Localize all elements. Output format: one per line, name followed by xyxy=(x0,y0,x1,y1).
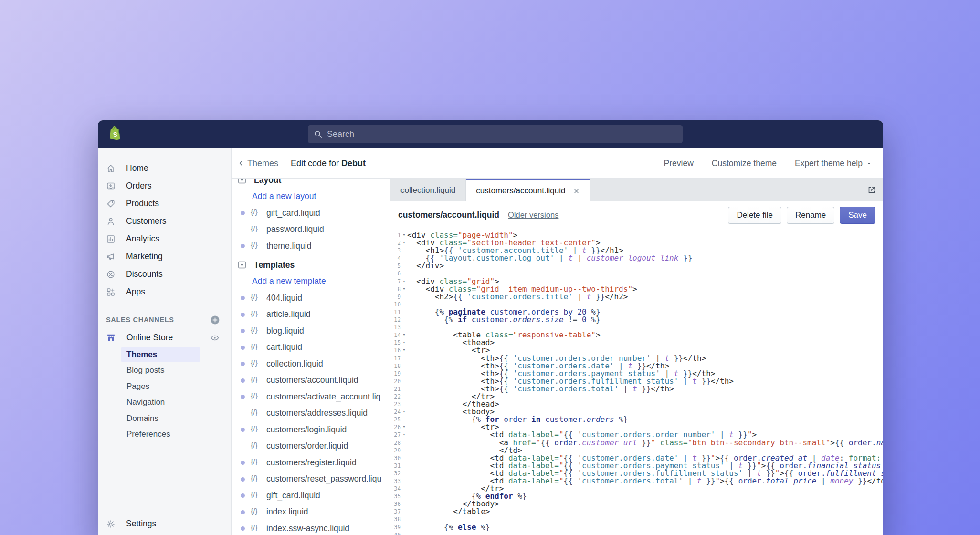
sidebar-item-themes[interactable]: Themes xyxy=(98,346,231,363)
expand-editor-icon[interactable] xyxy=(866,185,877,195)
eye-icon[interactable] xyxy=(210,333,220,343)
code-line: 27▾ <td data-label="{{ 'customer.orders.… xyxy=(390,431,883,439)
code-area[interactable]: 1▾<div class="page-width">2▾ <div class=… xyxy=(390,229,883,535)
sidebar-item-orders[interactable]: Orders xyxy=(98,177,231,195)
close-tab-icon[interactable] xyxy=(573,188,580,195)
modified-dot xyxy=(241,296,245,300)
code-text: <thead> xyxy=(407,339,883,346)
sidebar-item-online-store[interactable]: Online Store xyxy=(98,329,231,346)
sidebar-nav: HomeOrdersProductsCustomersAnalyticsMark… xyxy=(98,159,231,301)
code-line: 38 xyxy=(390,515,883,523)
tab-collection-liquid[interactable]: collection.liquid xyxy=(390,179,466,201)
tree-file-customers-order-liquid[interactable]: {/}customers/order.liquid xyxy=(232,438,390,455)
line-number: 4 xyxy=(390,254,401,262)
tree-file-customers-reset-password-liqu[interactable]: {/}customers/reset_password.liqu xyxy=(232,471,390,488)
sidebar-item-discounts[interactable]: Discounts xyxy=(98,265,231,283)
sidebar-item-domains[interactable]: Domains xyxy=(98,410,231,427)
preview-label: Preview xyxy=(664,158,694,168)
file-code-icon: {/} xyxy=(251,408,258,417)
tree-file-gift-card-liquid[interactable]: {/}gift_card.liquid xyxy=(232,487,390,504)
products-icon xyxy=(106,199,116,209)
tree-file-customers-login-liquid[interactable]: {/}customers/login.liquid xyxy=(232,421,390,438)
fold-arrow-icon xyxy=(401,485,407,493)
header-actions: Preview Customize theme Expert theme hel… xyxy=(664,158,873,168)
line-number: 22 xyxy=(390,393,401,400)
search-input[interactable] xyxy=(327,129,677,139)
customers-icon xyxy=(106,217,116,226)
fold-arrow-icon xyxy=(401,355,407,362)
fold-arrow-icon xyxy=(401,247,407,254)
tab-customers-account-liquid[interactable]: customers/account.liquid xyxy=(466,179,590,201)
tree-file-404-liquid[interactable]: {/}404.liquid xyxy=(232,290,390,306)
fold-arrow-icon: ▾ xyxy=(401,346,407,354)
code-line: 2▾ <div class="section-header text-cente… xyxy=(390,239,883,247)
tree-file-index-ssw-async-liquid[interactable]: {/}index.ssw-async.liquid xyxy=(232,520,390,535)
file-name: index.ssw-async.liquid xyxy=(266,524,349,534)
code-line: 16▾ <tr> xyxy=(390,346,883,354)
tree-file-customers-addresses-liquid[interactable]: {/}customers/addresses.liquid xyxy=(232,405,390,422)
delete-file-button[interactable]: Delete file xyxy=(728,207,781,224)
sidebar-item-apps[interactable]: Apps xyxy=(98,283,231,301)
fold-arrow-icon: ▾ xyxy=(401,331,407,339)
tree-file-article-liquid[interactable]: {/}article.liquid xyxy=(232,306,390,323)
sidebar-item-analytics[interactable]: Analytics xyxy=(98,230,231,248)
code-line: 9 <h2>{{ 'customer.orders.title' | t }}<… xyxy=(390,293,883,301)
code-text: {% paginate customer.orders by 20 %} xyxy=(407,308,883,316)
sidebar-item-settings[interactable]: Settings xyxy=(98,515,231,533)
tree-file-index-liquid[interactable]: {/}index.liquid xyxy=(232,504,390,521)
code-text: <h2>{{ 'customer.orders.title' | t }}</h… xyxy=(407,293,883,301)
code-line: 12 {% if customer.orders.size != 0 %} xyxy=(390,316,883,324)
line-number: 23 xyxy=(390,400,401,408)
code-text: <div class="grid__item medium-up--two-th… xyxy=(407,285,883,293)
line-number: 32 xyxy=(390,470,401,477)
tree-section-templates[interactable]: Templates xyxy=(232,257,390,273)
tree-file-gift-card-liquid[interactable]: {/}gift_card.liquid xyxy=(232,205,390,221)
tree-section-layout[interactable]: Layout xyxy=(232,179,390,189)
older-versions-link[interactable]: Older versions xyxy=(508,210,558,220)
expert-theme-help-button[interactable]: Expert theme help xyxy=(795,158,873,168)
code-text xyxy=(407,324,883,331)
sidebar-item-pages[interactable]: Pages xyxy=(98,378,231,395)
home-icon xyxy=(106,164,116,173)
tree-file-customers-account-liquid[interactable]: {/}customers/account.liquid xyxy=(232,372,390,389)
sidebar-item-label: Marketing xyxy=(126,252,163,262)
tree-file-password-liquid[interactable]: {/}password.liquid xyxy=(232,221,390,238)
save-button[interactable]: Save xyxy=(840,207,875,224)
tab-label: customers/account.liquid xyxy=(476,186,565,196)
code-text: <div class="grid"> xyxy=(407,278,883,285)
fold-arrow-icon xyxy=(401,462,407,470)
tree-file-cart-liquid[interactable]: {/}cart.liquid xyxy=(232,339,390,356)
line-number: 11 xyxy=(390,308,401,316)
fold-arrow-icon xyxy=(401,515,407,523)
preview-button[interactable]: Preview xyxy=(664,158,694,168)
code-line: 3 <h1>{{ 'customer.account.title' | t }}… xyxy=(390,247,883,254)
tree-file-customers-register-liquid[interactable]: {/}customers/register.liquid xyxy=(232,454,390,471)
sidebar-item-customers[interactable]: Customers xyxy=(98,212,231,230)
modified-dot xyxy=(241,395,245,399)
add-new-layout-link[interactable]: Add a new layout xyxy=(232,189,390,205)
sidebar-item-preferences[interactable]: Preferences xyxy=(98,427,231,443)
shopify-logo-icon[interactable]: S xyxy=(108,126,122,142)
tree-file-customers-activate-account-liq[interactable]: {/}customers/activate_account.liq xyxy=(232,388,390,405)
sidebar-item-blog-posts[interactable]: Blog posts xyxy=(98,363,231,379)
sidebar-item-marketing[interactable]: Marketing xyxy=(98,248,231,265)
add-new-templates-link[interactable]: Add a new template xyxy=(232,273,390,290)
tree-file-theme-liquid[interactable]: {/}theme.liquid xyxy=(232,238,390,254)
sidebar-item-home[interactable]: Home xyxy=(98,159,231,177)
fold-arrow-icon xyxy=(401,270,407,277)
tree-file-collection-liquid[interactable]: {/}collection.liquid xyxy=(232,356,390,372)
code-line: 39 {% else %} xyxy=(390,524,883,531)
file-code-icon: {/} xyxy=(251,424,258,433)
modified-dot xyxy=(241,362,245,366)
rename-button[interactable]: Rename xyxy=(787,207,834,224)
sidebar-item-navigation[interactable]: Navigation xyxy=(98,395,231,411)
customize-theme-button[interactable]: Customize theme xyxy=(712,158,777,168)
sidebar-subitem-label: Preferences xyxy=(98,430,170,439)
breadcrumb-back[interactable]: Themes xyxy=(237,158,278,168)
add-sales-channel-icon[interactable] xyxy=(210,315,220,325)
tree-file-blog-liquid[interactable]: {/}blog.liquid xyxy=(232,323,390,339)
code-text xyxy=(407,531,883,535)
sidebar-item-products[interactable]: Products xyxy=(98,195,231,212)
code-editor: collection.liquidcustomers/account.liqui… xyxy=(390,179,883,535)
line-number: 16 xyxy=(390,346,401,354)
